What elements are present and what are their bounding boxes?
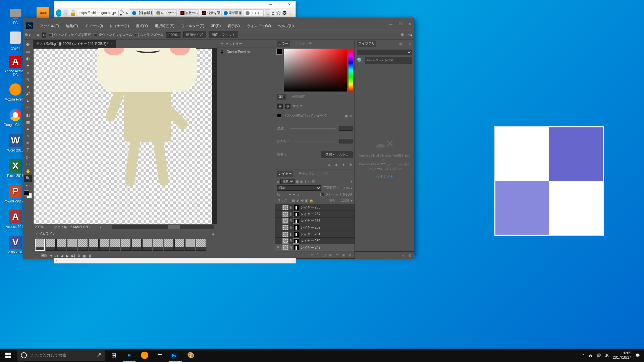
unify-style-icon[interactable]: fx [297,193,299,196]
visibility-icon[interactable] [276,232,281,237]
ie-address-bar[interactable]: https://oshiete.goo.ne.jp/ [78,10,119,16]
tool-shape[interactable]: ▭ [24,161,32,168]
tool-marquee[interactable]: ▭ [24,48,32,55]
opt-zoom-value[interactable]: 100% [166,32,181,38]
ps-maximize[interactable]: ☐ [395,20,405,27]
zoom-in-icon[interactable]: ⊕ [37,33,40,37]
workspace-icon[interactable]: ▭▾ [408,33,412,37]
layer-row[interactable]: §レイヤー 253 [275,218,355,224]
mask-icon-2[interactable]: ⊕ [350,114,353,118]
tool-zoom[interactable]: 🔍 [24,175,32,182]
filter-adjust-icon[interactable]: ◐ [300,180,303,183]
timeline-frame[interactable]: 20 [153,239,163,251]
color-picker[interactable] [275,47,355,93]
visibility-icon[interactable] [276,239,281,243]
lock-paint-icon[interactable]: 🖌 [296,199,300,202]
paths-tab[interactable]: パス [321,171,330,177]
menu-edit[interactable]: 編集(E) [63,22,81,30]
ps-minimize[interactable]: — [386,20,395,27]
zoom-tool-icon[interactable]: 🔍▾ [25,33,31,37]
link-icon[interactable]: ⚯ [311,253,313,257]
home-icon[interactable]: ⌂ [271,10,275,16]
taskbar-search[interactable]: ここに入力して検索🎤 [17,350,105,361]
timeline-frame[interactable]: 13 [78,239,88,251]
tool-history-brush[interactable]: ↶ [24,105,32,111]
layer-row[interactable]: 👁§レイヤー 249 [275,244,355,251]
taskbar-explorer[interactable]: 🗀 [152,349,168,362]
timeline-frame[interactable]: 24 [196,239,206,251]
props-icon-2[interactable]: ◉ [335,163,338,167]
mask-add-icon[interactable]: ◫ [323,253,326,257]
lock-all-icon[interactable]: 🔒 [309,199,313,202]
tl-loop[interactable]: 無限 [41,253,48,258]
layer-filter-kind[interactable]: 種類 [280,179,294,184]
tl-convert-icon[interactable]: ⊞ [36,254,38,258]
taskbar-paint[interactable]: 🎨 [183,349,199,362]
tray-notifications-icon[interactable]: 💬 [635,353,640,358]
library-cta[interactable]: 今すぐ入手 [376,174,393,179]
ie-tab-2[interactable]: レイヤーマ... [154,9,177,17]
ie-minimize[interactable]: — [266,1,275,7]
taskbar-photoshop[interactable]: Ps [168,349,183,362]
tool-move[interactable]: ✥ [24,41,32,48]
tray-chevron-icon[interactable]: ^ [583,353,585,357]
favorites-icon[interactable]: ☆ [276,10,281,16]
tl-next-icon[interactable]: ▶| [71,254,75,258]
tool-eraser[interactable]: ◧ [24,112,32,118]
library-tab[interactable]: ライブラリ [357,41,376,47]
taskbar-firefox[interactable] [137,349,152,362]
timeline-frame[interactable]: 14 [89,239,99,251]
tool-path[interactable]: ▷ [24,154,32,161]
new-layer-icon[interactable]: ▣ [342,253,345,257]
lock-trans-icon[interactable]: ▦ [292,199,295,202]
timeline-frame[interactable]: 23 [185,239,195,251]
tl-new-icon[interactable]: ▣ [83,254,86,258]
opt-fit-screen[interactable]: 画面サイズ [183,32,206,38]
tool-pen[interactable]: ✒ [24,140,32,146]
opt-resize-window[interactable]: ウィンドウサイズを変更 [49,33,91,37]
timeline-frame[interactable]: 9 [35,239,45,251]
opt-scrub-zoom[interactable]: ✓スクラブズーム [135,33,163,37]
timeline-frame[interactable]: 10 [46,239,56,251]
menu-view[interactable]: 表示(V) [225,22,243,30]
adjustment-icon[interactable]: ◐ [329,253,332,257]
tool-edit-toolbar[interactable]: ⋯ [24,182,32,189]
taskbar-ie[interactable]: e [121,349,137,362]
settings-icon[interactable]: ⚙ [282,10,287,16]
ie-tab-6[interactable]: フォト...× [243,9,264,17]
zoom-out-icon[interactable]: ⊖ [42,33,46,38]
lock-artboard-icon[interactable]: ▣ [305,199,308,202]
ps-close[interactable]: ✕ [405,20,414,27]
menu-file[interactable]: ファイル(F) [37,22,62,30]
opt-zoom-all[interactable]: 全ウィンドウをズーム [94,33,132,37]
timeline-frame[interactable]: 16 [110,239,120,251]
ie-tab-1[interactable]: 【保存版】... [130,9,153,17]
taskbar-clock[interactable]: 16:052017/10/17 [613,351,631,360]
menu-filter[interactable]: フィルター(T) [178,22,207,30]
ie-tab-3[interactable]: A複数のレ... [178,9,199,17]
list-view-icon[interactable]: ≡ [408,41,412,46]
grid-view-icon[interactable]: ▦ [398,41,404,46]
document-tab[interactable]: テスト動画.gif @ 200% (レイヤー 249, RGB/8) *× [33,40,116,48]
tool-wand[interactable]: ✦ [24,62,32,69]
mic-icon[interactable]: 🎤 [96,353,101,358]
props-trash-icon[interactable]: 🗑 [349,163,353,167]
tool-lasso[interactable]: ◐ [24,55,32,62]
lib-trash-icon[interactable]: 🗑 [408,253,412,257]
tool-brush[interactable]: 🖌 [24,90,32,97]
filter-smart-icon[interactable]: ◫ [312,180,315,183]
ie-back-button[interactable]: ← [56,9,61,17]
tool-type[interactable]: T [24,147,32,154]
opacity-value[interactable]: 100% [341,186,350,190]
ie-forward-button[interactable]: → [63,9,68,17]
props-icon-3[interactable]: 👁 [342,163,345,167]
ie-tab-5[interactable]: 簡単画像... [221,9,242,17]
blend-mode[interactable]: 通常 [277,185,321,191]
visibility-icon[interactable] [276,225,281,230]
tool-eyedropper[interactable]: ✎ [24,76,32,83]
swatches-tab[interactable]: スウォッチ [294,41,313,47]
ie-maximize[interactable]: ☐ [275,1,285,7]
close-icon[interactable]: × [111,42,113,46]
timeline-frame[interactable]: 18 [131,239,142,251]
tool-stamp[interactable]: ▲ [24,98,32,104]
